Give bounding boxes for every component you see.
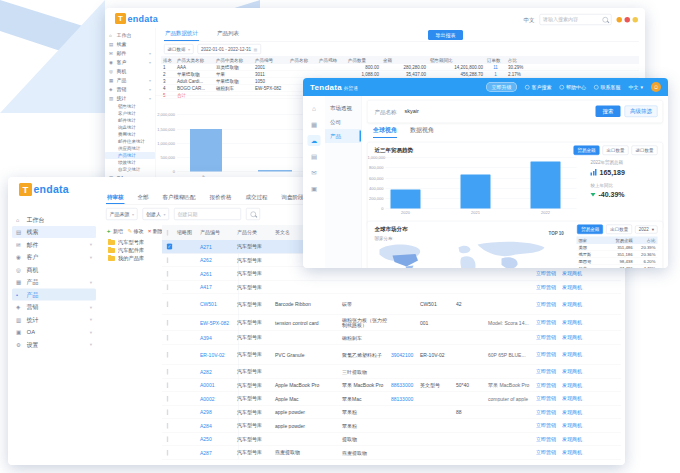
row-checkbox[interactable] — [167, 335, 168, 341]
upgrade-button[interactable]: 立即升级 — [486, 82, 517, 92]
sidebar-item-stats[interactable]: ▥统计▾ — [105, 94, 155, 103]
table-row[interactable]: CW501汽车型号库Barcode Ribbon碳带CW50142立即营销发现商… — [162, 294, 621, 315]
apps-icon[interactable]: ▦ — [308, 119, 321, 130]
marketing-now-link[interactable]: 立即营销 — [536, 270, 556, 277]
tab-产品数据统计[interactable]: 产品数据统计 — [164, 28, 199, 41]
table-row[interactable]: ER-10V-02汽车型号库PVC Granule聚氯乙烯塑料粒子3904210… — [162, 345, 621, 366]
row-checkbox[interactable] — [167, 271, 168, 277]
tab-产品列表[interactable]: 产品列表 — [216, 28, 240, 41]
chart-icon[interactable]: ▤ — [308, 151, 321, 162]
discover-opportunity-link[interactable]: 发现商机 — [562, 351, 582, 358]
sidebar-item-home[interactable]: ⌂工作台 — [105, 31, 155, 40]
product-code-link[interactable]: A271 — [198, 244, 235, 250]
sidebar-item-customer[interactable]: ◉客户▾ — [105, 58, 155, 67]
hs-code[interactable]: 39042100 — [389, 352, 418, 358]
user-avatar[interactable]: ☺ — [651, 82, 661, 92]
header-item-客户搜索[interactable]: 客户搜索 — [525, 84, 552, 91]
tab-待审核[interactable]: 待审核 — [106, 190, 125, 204]
row-checkbox[interactable] — [167, 301, 168, 307]
hs-code[interactable]: 88133000 — [389, 396, 418, 402]
home-icon[interactable]: ⌂ — [308, 103, 321, 114]
row-checkbox[interactable] — [167, 409, 168, 415]
table-row[interactable]: A282汽车型号库三叶提取物立即营销发现商机 — [162, 365, 621, 379]
sidebar-item-stats[interactable]: ▥统计▾ — [12, 314, 96, 326]
sidebar-subitem[interactable]: 供应商统计 — [105, 145, 155, 152]
table-row[interactable]: A417汽车型号库立即营销发现商机 — [162, 281, 621, 295]
cloud-icon[interactable]: ☁ — [308, 135, 321, 146]
discover-opportunity-link[interactable]: 发现商机 — [562, 422, 582, 429]
tab-报价价格[interactable]: 报价价格 — [209, 190, 233, 204]
discover-opportunity-link[interactable]: 发现商机 — [562, 319, 582, 326]
row-checkbox[interactable] — [167, 423, 168, 429]
tab-询盘阶段[interactable]: 询盘阶段 — [281, 190, 305, 204]
row-checkbox[interactable] — [167, 369, 168, 375]
discover-opportunity-link[interactable]: 发现商机 — [562, 270, 582, 277]
export-report-button[interactable]: 导出报表 — [428, 30, 463, 40]
table-row[interactable]: A261汽车型号库立即营销发现商机 — [162, 267, 621, 281]
data-source-dropdown[interactable]: 进口数据 ▾ — [164, 44, 194, 54]
row-checkbox[interactable] — [167, 436, 168, 442]
discover-opportunity-link[interactable]: 发现商机 — [562, 395, 582, 402]
toolbar-delete-button[interactable]: ×删除 — [148, 227, 163, 234]
advanced-filter-button[interactable]: 高级筛选 — [625, 106, 658, 118]
tab-全部[interactable]: 全部 — [137, 190, 150, 204]
row-checkbox[interactable] — [167, 257, 168, 263]
sidebar-subitem[interactable]: 费用统计 — [105, 131, 155, 138]
table-row[interactable]: A250汽车型号库提取物立即营销发现商机 — [162, 433, 621, 447]
sidebar-item-marketing[interactable]: ◈营销▾ — [12, 301, 96, 313]
table-row[interactable]: A287汽车型号库燕麦提取物燕麦提取物立即营销发现商机 — [162, 446, 621, 460]
language-switch[interactable]: 中文 — [524, 16, 535, 24]
row-checkbox[interactable] — [167, 284, 168, 290]
hs-code[interactable]: 88633000 — [389, 382, 418, 388]
sidebar-item-settings[interactable]: ⚙设置▾ — [12, 339, 96, 351]
marketing-now-link[interactable]: 立即营销 — [536, 449, 556, 456]
table-row[interactable]: 墨西哥98,4386.20% — [577, 258, 658, 265]
marketing-now-link[interactable]: 立即营销 — [536, 351, 556, 358]
sidebar-subitem[interactable]: 产品统计 — [105, 152, 155, 159]
create-date-input[interactable]: 创建日期 — [174, 208, 241, 220]
toolbar-plus-button[interactable]: ＋新增 — [106, 227, 123, 235]
table-row[interactable]: A0002汽车型号库Apple Mac苹果Mac88133000computer… — [162, 392, 621, 406]
sidebar-subitem[interactable]: 邮件往来统计 — [105, 138, 155, 145]
product-code-link[interactable]: ER-10V-02 — [198, 352, 235, 358]
sidebar-item-mail[interactable]: ✉邮件▾ — [105, 49, 155, 58]
header-item-联系客服[interactable]: 联系客服 — [594, 84, 621, 91]
sidebar-item-leads[interactable]: ▤线索 — [105, 40, 155, 49]
row-checkbox[interactable] — [167, 396, 168, 402]
row-checkbox[interactable]: ✓ — [167, 244, 172, 250]
table-row[interactable]: 美国351,48620.39% — [577, 244, 658, 251]
marketing-now-link[interactable]: 立即营销 — [536, 395, 556, 402]
marketing-now-link[interactable]: 立即营销 — [536, 319, 556, 326]
product-code-link[interactable]: A284 — [198, 423, 235, 429]
language-switch[interactable]: 中文▾ — [628, 84, 643, 91]
search-button[interactable] — [246, 208, 260, 220]
row-checkbox[interactable] — [167, 352, 168, 358]
marketing-now-link[interactable]: 立即营销 — [536, 422, 556, 429]
global-search-input[interactable]: 请输入搜索内容 — [540, 14, 612, 25]
sidebar-subitem[interactable]: 绩效统计 — [105, 159, 155, 166]
table-row[interactable]: A394汽车型号库磁粉刹车立即营销发现商机 — [162, 331, 621, 345]
discover-opportunity-link[interactable]: 发现商机 — [562, 284, 582, 291]
table-row[interactable]: 日本27,4864.73% — [577, 265, 658, 268]
sidebar-subitem[interactable]: 客户统计 — [105, 110, 155, 117]
sidebar-subitem[interactable]: 邮件统计 — [105, 117, 155, 124]
date-range-picker[interactable]: 2022-01-01 - 2022-12-31 ▦ — [198, 44, 261, 54]
tab-成交过程[interactable]: 成交过程 — [245, 190, 269, 204]
discover-opportunity-link[interactable]: 发现商机 — [562, 409, 582, 416]
row-checkbox[interactable] — [167, 450, 168, 456]
subnav-市场透视[interactable]: 市场透视 — [325, 101, 361, 115]
sidebar-item-home[interactable]: ⌂工作台 — [12, 214, 96, 226]
marketing-now-link[interactable]: 立即营销 — [536, 368, 556, 375]
sidebar-item-product[interactable]: ▦产品▾ — [105, 76, 155, 85]
product-code-link[interactable]: A261 — [198, 271, 235, 277]
tab-客户模糊匹配[interactable]: 客户模糊匹配 — [162, 190, 197, 204]
product-code-link[interactable]: A0001 — [198, 382, 235, 388]
row-checkbox[interactable] — [167, 320, 168, 326]
chip-贸易金额[interactable]: 贸易金额 — [577, 225, 603, 235]
search-icon[interactable] — [603, 17, 609, 23]
sidebar-item-oa[interactable]: ▣OA▾ — [12, 326, 96, 338]
table-row[interactable]: A0001汽车型号库Apple MacBook Pro苹果 MacBook Pr… — [162, 379, 621, 393]
tab-数据视角[interactable]: 数据视角 — [410, 126, 434, 138]
sidebar-item-opportunity[interactable]: ◎商机 — [105, 67, 155, 76]
sidebar-subitem[interactable]: 自定义统计 — [105, 166, 155, 173]
